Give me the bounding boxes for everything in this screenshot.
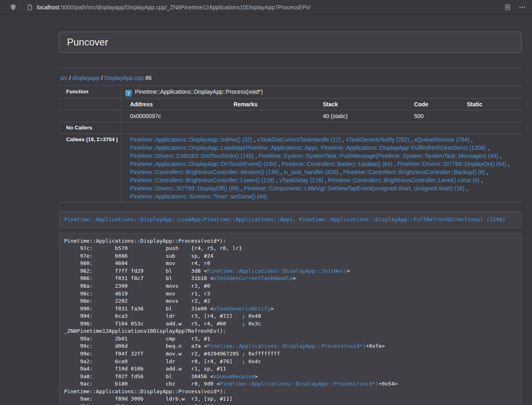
callee-link[interactable]: Pinetime::Applications::DisplayApp::Load… bbox=[130, 144, 486, 151]
url-text[interactable]: localhost:5000/path/src/displayapp/Displ… bbox=[37, 4, 310, 11]
callee-separator: , bbox=[486, 144, 489, 151]
callee-link[interactable]: Pinetime::Drivers::St7789::DisplayOff() … bbox=[130, 185, 239, 192]
callee-link[interactable]: vTaskDelay (176) bbox=[279, 177, 323, 183]
callees-row: Callees (19, Σ=3704 ) Pinetime::Applicat… bbox=[59, 134, 521, 202]
remarks-value bbox=[228, 112, 317, 120]
column-header-stack: Stack bbox=[317, 100, 409, 108]
values-row: 0x0000097c 40 (static) 500 bbox=[59, 110, 521, 122]
callee-separator: , bbox=[277, 161, 282, 167]
browser-toolbar: localhost:5000/path/src/displayapp/Displ… bbox=[0, 0, 532, 15]
breadcrumb-link[interactable]: DisplayApp.cpp: bbox=[104, 75, 145, 81]
asm-text: 99c: d06d beq.n a7a < bbox=[64, 343, 207, 349]
callees-cell: Pinetime::Applications::DisplayApp::Init… bbox=[121, 134, 521, 202]
function-table: Function ƒPinetime::Applications::Displa… bbox=[59, 86, 521, 202]
callee-link[interactable]: Pinetime::System::SystemTask::PushMessag… bbox=[258, 153, 498, 159]
highlighted-symbol-link[interactable]: Pinetime::Applications::DisplayApp::Load… bbox=[64, 216, 506, 222]
function-type-icon: ƒ bbox=[125, 90, 132, 97]
asm-symbol-link[interactable]: xTaskGetCurrentTaskHandle bbox=[213, 275, 293, 281]
no-callers-row: No Callers bbox=[59, 122, 521, 134]
callee-separator: , bbox=[480, 177, 483, 183]
page-info-icon[interactable] bbox=[26, 3, 34, 11]
main-content: Puncover src / displayapp / DisplayApp.c… bbox=[59, 32, 521, 405]
callee-separator: , bbox=[498, 153, 502, 159]
asm-text: > bbox=[347, 268, 350, 274]
toolbar-separator bbox=[21, 4, 22, 11]
breadcrumb-separator: / bbox=[99, 75, 104, 81]
callee-separator: , bbox=[252, 136, 257, 143]
asm-symbol-link[interactable]: Pinetime::Applications::DisplayApp::Proc… bbox=[207, 343, 366, 349]
function-row: Function ƒPinetime::Applications::Displa… bbox=[59, 86, 521, 99]
breadcrumb-link[interactable]: displayapp bbox=[72, 75, 99, 81]
asm-text: 994: 6ca3 ldr r3, [r4, #72] ; 0x48 bbox=[64, 313, 261, 319]
asm-symbol-link[interactable]: xTaskGenericNotify bbox=[213, 306, 271, 312]
callee-link[interactable]: Pinetime::Drivers::Cst816S::GetTouchInfo… bbox=[130, 153, 254, 159]
empty-label-cell bbox=[59, 110, 121, 122]
callee-separator: , bbox=[470, 136, 473, 143]
asm-symbol-link[interactable]: Pinetime::Applications::DisplayApp::Init… bbox=[207, 268, 347, 274]
callee-link[interactable]: Pinetime::Applications::Screens::Timer::… bbox=[130, 193, 267, 200]
function-signature: Pinetime::Applications::DisplayApp::Proc… bbox=[135, 88, 263, 95]
asm-text: 97e: b086 sub sp, #24 bbox=[64, 253, 213, 259]
callee-link[interactable]: xTaskGenericNotify (252) bbox=[346, 136, 409, 143]
asm-text: > bbox=[271, 306, 274, 312]
highlighted-symbol-line: Pinetime::Applications::DisplayApp::Load… bbox=[59, 211, 521, 228]
address-value: 0x0000097c bbox=[125, 112, 228, 120]
callee-link[interactable]: Pinetime::Drivers::St7789::DisplayOn() (… bbox=[397, 161, 506, 167]
asm-text: Pinetime::Applications::DisplayApp::Proc… bbox=[64, 238, 226, 244]
asm-text: > bbox=[293, 275, 296, 281]
callee-link[interactable]: lv_task_handler (420) bbox=[284, 169, 338, 175]
asm-symbol-link[interactable]: Pinetime::Applications::DisplayApp::Proc… bbox=[220, 381, 379, 387]
callee-link[interactable]: Pinetime::Controllers::BrightnessControl… bbox=[130, 177, 274, 183]
no-callers-label: No Callers bbox=[59, 122, 121, 134]
asm-text: 996: f104 053c add.w r5, r4, #60 ; 0x3c bbox=[64, 321, 261, 327]
callee-link[interactable]: xTaskGetCurrentTaskHandle (12) bbox=[257, 136, 341, 143]
callee-link[interactable]: Pinetime::Controllers::BrightnessControl… bbox=[130, 169, 279, 175]
asm-text: 9a8: f02f fd56 bl 30458 < bbox=[64, 373, 213, 379]
columns-header-row: Address Remarks Stack Code Static bbox=[59, 99, 521, 110]
callee-link[interactable]: xQueueReceive (764) bbox=[414, 136, 470, 143]
asm-text: Pinetime::Applications::DisplayApp::Proc… bbox=[64, 388, 226, 394]
reader-mode-icon[interactable] bbox=[504, 3, 512, 11]
callees-label: Callees (19, Σ=3704 ) bbox=[59, 134, 121, 202]
callee-separator: , bbox=[338, 169, 343, 175]
asm-text: 982: f7ff fd29 bl 3d8 < bbox=[64, 268, 207, 274]
asm-text: 980: 4604 mov r4, r0 bbox=[64, 260, 210, 266]
asm-text: +0x54> bbox=[379, 381, 398, 387]
asm-text: _ZN8Pinetime12Applications10DisplayApp7R… bbox=[64, 328, 226, 334]
column-header-static: Static bbox=[461, 100, 518, 108]
callee-link[interactable]: Pinetime::Controllers::BrightnessControl… bbox=[328, 177, 479, 183]
asm-text: 990: f031 fa36 bl 31e00 < bbox=[64, 306, 213, 312]
callee-link[interactable]: Pinetime::Controllers::BrightnessControl… bbox=[343, 169, 485, 175]
shield-icon[interactable] bbox=[9, 3, 17, 11]
asm-text: 9ac: b180 cbz r0, 9d0 < bbox=[64, 381, 220, 387]
breadcrumb: src / displayapp / DisplayApp.cpp:86 bbox=[60, 74, 521, 82]
callee-link[interactable]: Pinetime::Applications::DisplayApp::OnTo… bbox=[130, 161, 277, 167]
asm-symbol-link[interactable]: xQueueReceive bbox=[213, 373, 255, 379]
asm-text: 9b2: 2b3e cmp r3, #10 bbox=[64, 403, 213, 405]
app-title: Puncover bbox=[67, 37, 108, 48]
asm-text: +0xfe> bbox=[366, 343, 385, 349]
url-path: :5000/path/src/displayapp/DisplayApp.cpp… bbox=[59, 4, 310, 11]
asm-text: > bbox=[255, 373, 258, 379]
breadcrumb-link[interactable]: src bbox=[60, 75, 68, 81]
url-bar[interactable]: localhost:5000/path/src/displayapp/Displ… bbox=[26, 1, 501, 13]
asm-text: 99e: f04f 32ff mov.w r2, #4294967295 ; 0… bbox=[64, 351, 280, 357]
stack-value: 40 (static) bbox=[317, 112, 409, 120]
asm-text: 97c: b570 push {r4, r5, r6, lr} bbox=[64, 245, 242, 251]
asm-text: 9ae: f89d 300b ldrb.w r3, [sp, #11] bbox=[64, 396, 233, 402]
asm-text: 98e: 2202 movs r2, #2 bbox=[64, 298, 210, 304]
callee-separator: , bbox=[392, 161, 397, 167]
static-value bbox=[461, 112, 518, 120]
callee-link[interactable]: Pinetime::Components::LittleVgl::SetNewT… bbox=[244, 185, 465, 192]
callee-separator: , bbox=[239, 185, 244, 192]
callee-link[interactable]: Pinetime::Controllers::Battery::Update()… bbox=[282, 161, 392, 167]
callee-separator: , bbox=[506, 161, 510, 167]
asm-text: 9a4: f10d 010b add.w r1, sp, #11 bbox=[64, 366, 226, 372]
breadcrumb-line-number: 86 bbox=[145, 75, 152, 81]
asm-text: 986: f031 f8c7 bl 31b18 < bbox=[64, 275, 213, 281]
header-panel: Puncover bbox=[59, 32, 521, 53]
callee-link[interactable]: Pinetime::Applications::DisplayApp::Init… bbox=[130, 136, 252, 143]
menu-icon[interactable] bbox=[518, 3, 526, 11]
asm-text: 98c: 4619 mov r1, r3 bbox=[64, 291, 210, 297]
asm-text: 98a: 2300 movs r3, #0 bbox=[64, 283, 210, 289]
